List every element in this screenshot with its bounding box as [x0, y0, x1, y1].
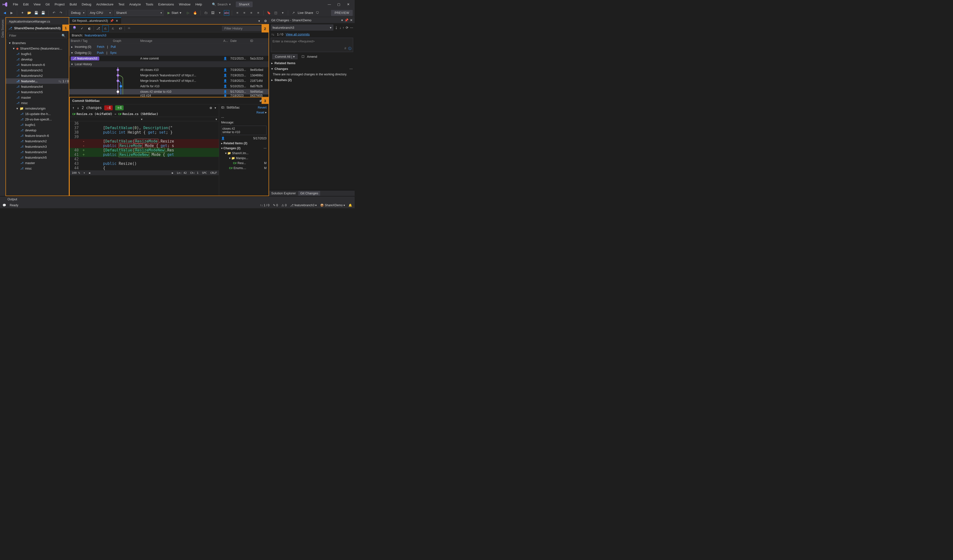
- hot-reload-icon[interactable]: 🔥: [192, 10, 198, 15]
- comment-icon[interactable]: ≡: [248, 10, 254, 15]
- col-id[interactable]: ID: [249, 38, 269, 43]
- branch-bugfix1[interactable]: ⎇bugfix1: [6, 51, 69, 57]
- outgoing-section[interactable]: ▾ Outgoing (1) Push | Sync: [69, 50, 269, 56]
- menu-debug[interactable]: Debug: [79, 2, 93, 7]
- hash-icon[interactable]: #: [345, 46, 346, 51]
- doc-tab-active[interactable]: Git Reposit...aturebranch3) 📌 ✕: [69, 17, 121, 24]
- col-message[interactable]: Message: [139, 38, 222, 43]
- commit-message-input[interactable]: Enter a message <Required> #ⓘ: [271, 38, 353, 52]
- bell-icon[interactable]: 🔔: [348, 204, 352, 207]
- history-row-cutoff[interactable]: #15 #24👤7/18/20230437f455: [69, 94, 269, 97]
- stashes-section[interactable]: Stashes (2): [275, 78, 292, 82]
- changes-tree[interactable]: Changes (2): [224, 147, 241, 150]
- minimize-button[interactable]: —: [327, 3, 332, 6]
- reset-link[interactable]: Reset: [256, 111, 264, 114]
- info-icon[interactable]: ⓘ: [348, 46, 351, 51]
- history-row-0[interactable]: #8 closes #10👤7/19/2023...9e45c6ed: [69, 67, 269, 73]
- push-link[interactable]: Push: [97, 51, 104, 54]
- tree-manipu[interactable]: Manipu...: [236, 156, 248, 160]
- history-row-3[interactable]: Add fix for #10👤5/10/2023...8a57fb26: [69, 84, 269, 89]
- amend-checkbox[interactable]: Amend: [307, 55, 317, 59]
- sync-icon[interactable]: ⟳: [346, 26, 348, 29]
- menu-window[interactable]: Window: [177, 2, 193, 7]
- bookmark-icon[interactable]: 🔖: [266, 10, 272, 15]
- status-branch[interactable]: featurebranch3: [294, 204, 314, 207]
- branch-feature6[interactable]: ⎇feature-branch-6: [6, 62, 69, 67]
- close-tab-icon[interactable]: ✕: [116, 19, 118, 23]
- maximize-button[interactable]: ▢: [336, 3, 341, 6]
- history-row-4[interactable]: closes #2 similar to #10👤5/17/2023...5b9…: [69, 89, 269, 94]
- overflow-icon[interactable]: ▾: [217, 10, 222, 15]
- gear-icon[interactable]: ⚙: [262, 18, 269, 24]
- status-warnings[interactable]: 0: [285, 204, 287, 207]
- preview-button[interactable]: PREVIEW: [331, 10, 353, 16]
- tag-icon[interactable]: 🏷: [117, 25, 124, 32]
- menu-build[interactable]: Build: [67, 2, 79, 7]
- pin-icon[interactable]: 📌: [345, 19, 348, 22]
- tree-resize[interactable]: Resi...: [237, 161, 246, 165]
- tree-enums[interactable]: Enums....: [234, 166, 246, 170]
- spell-icon[interactable]: abc: [224, 10, 229, 15]
- graph-icon[interactable]: ⎇: [95, 25, 101, 32]
- branch-fb5[interactable]: ⎇featurebranch5: [6, 89, 69, 95]
- history-row-2[interactable]: Merge branch 'featurebranch3' of https:/…: [69, 78, 269, 84]
- branch-misc[interactable]: ⎇misc: [6, 100, 69, 105]
- menu-edit[interactable]: Edit: [20, 2, 31, 7]
- related-items-section[interactable]: Related Items: [275, 61, 296, 65]
- git-changes-tab[interactable]: Git Changes: [298, 191, 320, 196]
- close-button[interactable]: ✕: [346, 3, 351, 6]
- pull-icon[interactable]: ↓: [340, 26, 341, 29]
- menu-architecture[interactable]: Architecture: [94, 2, 116, 7]
- save-icon[interactable]: 💾: [34, 10, 39, 15]
- view-all-commits[interactable]: View all commits: [286, 32, 310, 36]
- zoom-level[interactable]: 100 %: [72, 171, 80, 175]
- undo-icon[interactable]: ↶: [51, 10, 57, 15]
- remote-7[interactable]: ⎇featurebranch4: [6, 149, 69, 155]
- more-icon[interactable]: ⋯: [350, 26, 353, 29]
- filter-input[interactable]: Filter 🔍: [8, 32, 67, 39]
- open-folder-icon[interactable]: 📂: [26, 10, 32, 15]
- indent-icon[interactable]: ≡: [234, 10, 240, 15]
- config-dropdown[interactable]: Debug: [69, 10, 86, 16]
- save-all-icon[interactable]: 💾: [40, 10, 46, 15]
- remote-4[interactable]: ⎇feature-branch-6: [6, 133, 69, 138]
- history-row-1[interactable]: Merge branch 'featurebranch3' of https:/…: [69, 73, 269, 78]
- sync-link[interactable]: Sync: [110, 51, 117, 54]
- search-box[interactable]: 🔍 Search ▾: [212, 3, 231, 6]
- close-panel-icon[interactable]: ✕: [350, 19, 353, 22]
- data-sources-tab[interactable]: Data Sources: [0, 19, 5, 39]
- remote-0[interactable]: ⎇16-update-the-h...: [6, 111, 69, 116]
- pull-link[interactable]: Pull: [111, 45, 116, 49]
- menu-extensions[interactable]: Extensions: [155, 2, 177, 7]
- menu-view[interactable]: View: [31, 2, 43, 7]
- changes-section[interactable]: Changes: [275, 67, 288, 71]
- col-branch[interactable]: Branch / Tag: [69, 38, 112, 43]
- menu-git[interactable]: Git: [43, 2, 52, 7]
- feedback-icon[interactable]: 🗨: [315, 10, 320, 15]
- graph2-icon[interactable]: ⎌: [102, 25, 109, 32]
- incoming-section[interactable]: ▸ Incoming (0) Fetch | Pull: [69, 44, 269, 50]
- menu-test[interactable]: Test: [116, 2, 127, 7]
- remote-1[interactable]: ⎇29-vs-live-specifi...: [6, 116, 69, 122]
- picture-icon[interactable]: 🖼: [210, 10, 216, 15]
- col-author[interactable]: A...: [222, 38, 229, 43]
- outdent-icon[interactable]: ≡: [242, 10, 247, 15]
- branch-link[interactable]: featurebranch3: [85, 34, 106, 37]
- remote-9[interactable]: ⎇master: [6, 160, 69, 166]
- branch-develop[interactable]: ⎇develop: [6, 57, 69, 62]
- tree-sharex[interactable]: ShareX.Im...: [232, 152, 249, 155]
- menu-analyze[interactable]: Analyze: [127, 2, 143, 7]
- nav-back-icon[interactable]: ◀: [2, 10, 8, 15]
- push-icon[interactable]: ↑: [343, 26, 345, 29]
- remote-2[interactable]: ⎇bugfix1: [6, 122, 69, 127]
- target-dropdown[interactable]: ShareX: [114, 10, 163, 16]
- menu-tools[interactable]: Tools: [143, 2, 155, 7]
- new-item-icon[interactable]: ✦: [20, 10, 25, 15]
- branch-master[interactable]: ⎇master: [6, 95, 69, 100]
- doc-dropdown-icon[interactable]: ▾: [256, 18, 262, 24]
- branch-fb3[interactable]: ⎇featurebr...↑↓ 1 / 0: [6, 78, 69, 84]
- remote-6[interactable]: ⎇featurebranch3: [6, 144, 69, 149]
- overflow2-icon[interactable]: ▾: [280, 10, 286, 15]
- uncomment-icon[interactable]: ≡: [255, 10, 261, 15]
- remotes-node[interactable]: ▾ 📁 remotes/origin: [6, 105, 69, 111]
